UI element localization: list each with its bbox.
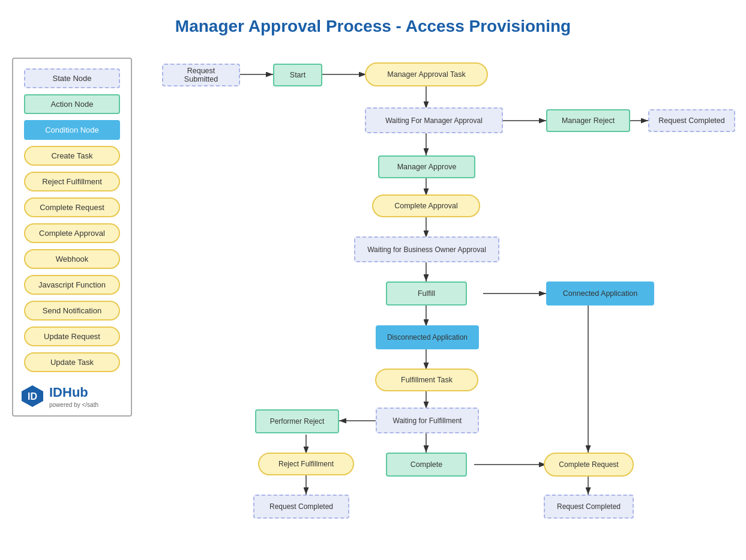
node-disconnected-application: Disconnected Application <box>376 325 479 349</box>
node-request-completed-2: Request Completed <box>253 495 349 519</box>
node-waiting-business-owner: Waiting for Business Owner Approval <box>354 236 499 262</box>
page-title: Manager Approval Process - Access Provis… <box>0 0 746 46</box>
legend-state: State Node <box>20 68 124 88</box>
node-reject-fulfillment: Reject Fulfillment <box>258 453 354 475</box>
legend-panel: State Node Action Node Condition Node Cr… <box>12 58 132 417</box>
node-waiting-manager-approval: Waiting For Manager Approval <box>365 107 503 133</box>
legend-task-item: Javascript Function <box>20 275 124 295</box>
node-complete: Complete <box>386 453 467 477</box>
logo: ID IDHub powered by </sath <box>20 384 124 408</box>
node-fulfill: Fulfill <box>386 282 467 306</box>
legend-task-item: Update Task <box>20 352 124 372</box>
node-waiting-fulfillment: Waiting for Fulfillment <box>376 408 479 433</box>
legend-task-item: Reject Fulfillment <box>20 172 124 191</box>
node-manager-approval-task: Manager Approval Task <box>365 62 488 86</box>
legend-task-item: Complete Approval <box>20 223 124 243</box>
node-request-completed-1: Request Completed <box>648 109 735 132</box>
legend-condition: Condition Node <box>20 120 124 140</box>
legend-task-item: Send Notification <box>20 301 124 321</box>
node-request-submitted: Request Submitted <box>162 64 240 86</box>
diagram-canvas: Request Submitted Start Manager Approval… <box>150 46 738 560</box>
legend-tasks: Create TaskReject FulfillmentComplete Re… <box>20 146 124 372</box>
svg-text:ID: ID <box>28 391 37 402</box>
node-complete-request: Complete Request <box>544 453 634 477</box>
legend-action: Action Node <box>20 94 124 114</box>
node-start: Start <box>273 64 322 86</box>
node-performer-reject: Performer Reject <box>255 409 339 433</box>
legend-task-item: Update Request <box>20 327 124 346</box>
legend-task-item: Create Task <box>20 146 124 166</box>
node-manager-approve: Manager Approve <box>378 155 475 178</box>
node-manager-reject: Manager Reject <box>546 109 630 132</box>
legend-task-item: Webhook <box>20 249 124 269</box>
node-request-completed-3: Request Completed <box>544 495 634 519</box>
legend-task-item: Complete Request <box>20 197 124 217</box>
node-fulfillment-task: Fulfillment Task <box>375 369 478 391</box>
node-complete-approval: Complete Approval <box>372 194 480 217</box>
node-connected-application: Connected Application <box>546 282 654 306</box>
